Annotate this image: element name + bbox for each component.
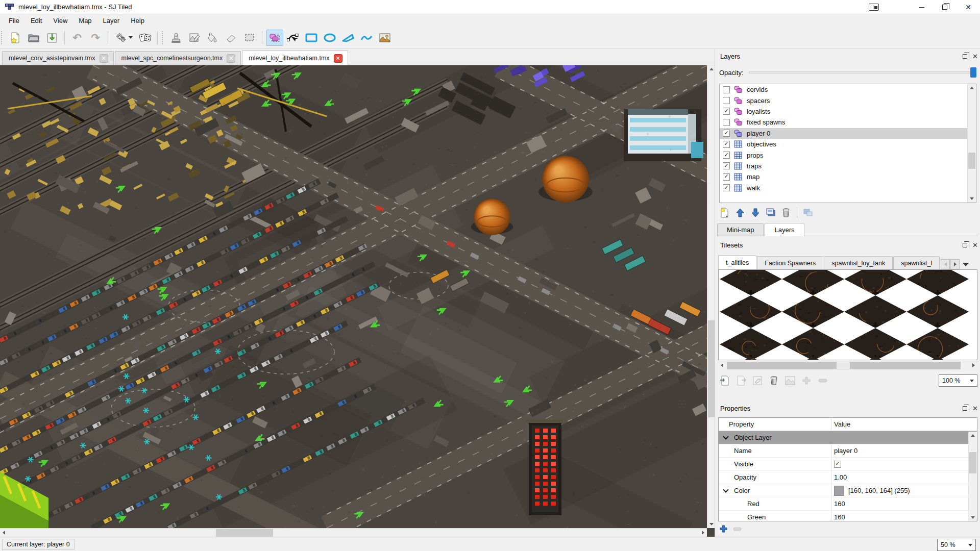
tileset-tab[interactable]: Faction Spawners [757, 256, 823, 269]
float-panel-icon[interactable] [963, 406, 967, 411]
layer-row[interactable]: ✓ player 0 [720, 128, 976, 139]
lower-layer-button[interactable] [749, 207, 762, 219]
add-property-button[interactable] [719, 524, 728, 533]
tileset-view[interactable] [718, 269, 977, 360]
menu-edit[interactable]: Edit [25, 15, 47, 26]
redo-button[interactable]: ↷ [87, 30, 104, 46]
tileset-tab[interactable]: spawnlist_l [893, 256, 940, 269]
property-group-row[interactable]: Object Layer [719, 431, 977, 444]
close-panel-icon[interactable]: ✕ [972, 242, 978, 248]
layer-row[interactable]: ✓ spacers [720, 95, 976, 106]
layer-row[interactable]: ✓ walk [720, 183, 976, 193]
close-panel-icon[interactable]: ✕ [972, 405, 978, 412]
open-file-button[interactable] [25, 30, 42, 46]
layer-visibility-checkbox[interactable]: ✓ [723, 152, 730, 159]
property-row-opacity[interactable]: Opacity 1.00 [719, 471, 977, 484]
tileset-tab[interactable]: spawnlist_loy_tank [824, 256, 893, 269]
random-mode-button[interactable] [136, 30, 154, 46]
delete-tileset-button[interactable] [767, 374, 780, 387]
map-viewport[interactable] [0, 65, 707, 528]
float-panel-icon[interactable] [963, 243, 967, 247]
layer-list-scroll-thumb[interactable] [968, 153, 975, 169]
remove-property-button[interactable] [733, 527, 742, 531]
menu-layer[interactable]: Layer [97, 15, 126, 26]
raise-layer-button[interactable] [733, 207, 747, 219]
toolbar-grip[interactable] [162, 31, 166, 44]
restore-button[interactable] [933, 0, 957, 14]
add-tiles-button[interactable] [800, 374, 813, 387]
insert-polygon-button[interactable] [339, 30, 357, 46]
tab-layers[interactable]: Layers [765, 223, 804, 236]
layer-list-scrollbar[interactable] [967, 84, 976, 203]
stamp-brush-button[interactable] [167, 30, 185, 46]
edit-tileset-button[interactable] [751, 374, 764, 387]
duplicate-layer-button[interactable] [764, 207, 777, 219]
layer-visibility-checkbox[interactable]: ✓ [723, 184, 730, 191]
layer-row[interactable]: ✓ map [720, 171, 976, 182]
undo-button[interactable]: ↶ [68, 30, 86, 46]
layer-visibility-checkbox[interactable]: ✓ [723, 108, 730, 115]
visible-checkbox[interactable]: ✓ [834, 461, 841, 468]
layer-visibility-checkbox[interactable]: ✓ [723, 141, 730, 148]
layer-row[interactable]: ✓ fixed spawns [720, 117, 976, 128]
property-value[interactable]: 160 [831, 513, 977, 521]
select-objects-button[interactable] [266, 30, 283, 46]
map-zoom-combobox[interactable]: 50 % [937, 539, 976, 551]
fill-tool-button[interactable] [204, 30, 222, 46]
property-value[interactable]: 1.00 [831, 473, 977, 481]
document-tab[interactable]: mlevel_loy_illbewhatiam.tmx ✕ [242, 51, 348, 65]
layer-visibility-checkbox[interactable]: ✓ [723, 119, 730, 126]
menu-file[interactable]: File [3, 15, 25, 26]
terrain-brush-button[interactable] [186, 30, 203, 46]
menu-view[interactable]: View [47, 15, 73, 26]
layer-visibility-checkbox[interactable]: ✓ [723, 86, 730, 93]
tileset-tabs-scroll-right[interactable] [950, 259, 960, 269]
tileset-zoom-combobox[interactable]: 100 % [939, 374, 977, 387]
menu-map[interactable]: Map [73, 15, 97, 26]
rect-select-button[interactable] [241, 30, 258, 46]
new-file-button[interactable] [7, 30, 24, 46]
new-tileset-button[interactable] [718, 374, 731, 387]
eraser-button[interactable] [223, 30, 240, 46]
tileset-tiles[interactable] [719, 270, 977, 360]
tileset-tabs-scroll-left[interactable] [941, 259, 950, 269]
property-row-green[interactable]: Green 160 [719, 511, 977, 521]
delete-layer-button[interactable] [779, 207, 793, 219]
insert-polyline-button[interactable] [358, 30, 375, 46]
tab-mini-map[interactable]: Mini-map [717, 223, 764, 236]
insert-ellipse-button[interactable] [321, 30, 338, 46]
tileset-tab[interactable]: t_alltiles [718, 255, 756, 269]
document-tab[interactable]: mlevel_corv_asistepinvain.tmx ✕ [2, 51, 114, 65]
layer-visibility-checkbox[interactable]: ✓ [723, 173, 730, 181]
layer-row[interactable]: ✓ objectives [720, 139, 976, 149]
new-layer-button[interactable] [718, 207, 731, 219]
close-panel-icon[interactable]: ✕ [972, 53, 978, 60]
color-swatch[interactable] [834, 486, 844, 496]
save-file-button[interactable] [43, 30, 61, 46]
close-button[interactable]: ✕ [957, 0, 980, 14]
layer-row[interactable]: ✓ loyalists [720, 106, 976, 117]
document-tab[interactable]: mlevel_spc_comefinestsurgeon.tmx ✕ [115, 51, 241, 65]
map-hscroll-thumb[interactable] [216, 529, 273, 537]
tileset-tabs-menu-icon[interactable] [963, 263, 969, 266]
property-value[interactable]: 160 [831, 500, 977, 508]
tileset-horizontal-scrollbar[interactable] [718, 361, 977, 370]
edit-polygons-button[interactable] [284, 30, 302, 46]
insert-rectangle-button[interactable] [303, 30, 320, 46]
minimize-button[interactable] [910, 0, 933, 14]
toolbar-grip[interactable] [1, 31, 5, 44]
commands-button[interactable] [112, 30, 135, 46]
layer-visibility-checkbox[interactable]: ✓ [723, 130, 730, 137]
property-row-red[interactable]: Red 160 [719, 497, 977, 511]
panel-layout-icon[interactable] [869, 4, 879, 11]
property-value[interactable]: player 0 [831, 447, 977, 455]
menu-help[interactable]: Help [125, 15, 150, 26]
tab-close-icon[interactable]: ✕ [227, 54, 235, 63]
highlight-layer-button[interactable] [801, 207, 815, 219]
properties-scrollbar[interactable] [968, 432, 977, 521]
map-horizontal-scrollbar[interactable] [0, 528, 707, 537]
export-tileset-button[interactable] [734, 374, 748, 387]
layer-row[interactable]: ✓ props [720, 149, 976, 160]
layer-opacity-slider[interactable] [749, 67, 976, 78]
map-vertical-scrollbar[interactable] [707, 65, 715, 528]
